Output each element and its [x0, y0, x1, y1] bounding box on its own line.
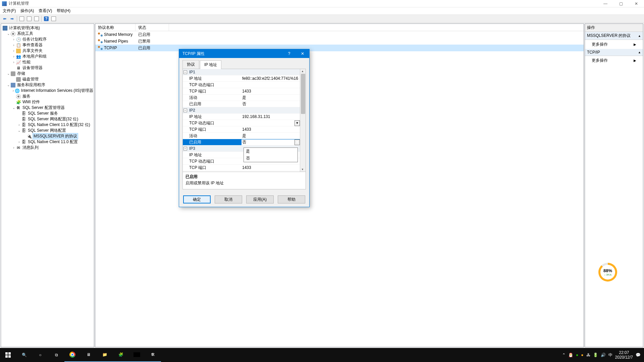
taskview-button[interactable]: ⧉ [48, 348, 64, 362]
tray-network-icon[interactable]: 🖧 [586, 353, 590, 357]
pg-row[interactable]: 活动是 [183, 133, 306, 139]
collapse-icon[interactable]: − [183, 70, 187, 74]
tree-sql-native[interactable]: ›🗄SQL Native Client 11.0 配置 [1, 139, 94, 145]
toolbar-btn-3[interactable] [33, 15, 40, 22]
collapse-icon[interactable]: − [183, 109, 187, 112]
taskbar-explorer[interactable]: 📁 [97, 348, 113, 362]
pg-row[interactable]: TCP 端口1433 [183, 126, 306, 133]
col-state[interactable]: 状态 [136, 24, 169, 31]
toolbar-btn-4[interactable] [50, 15, 57, 22]
tree-storage[interactable]: ⌄存储 [1, 71, 94, 76]
menu-action[interactable]: 操作(A) [20, 8, 34, 14]
tray-icon[interactable]: ● [581, 353, 583, 357]
taskbar-mmc[interactable]: 🛠 [145, 348, 161, 362]
cancel-button[interactable]: 取消 [215, 195, 242, 203]
taskbar-app1[interactable]: 🧩 [113, 348, 129, 362]
tree-sql-cfg[interactable]: ⌄🛠SQL Server 配置管理器 [1, 105, 94, 111]
tree-device-manager[interactable]: 🖥设备管理器 [1, 65, 94, 71]
menu-bar: 文件(F) 操作(A) 查看(V) 帮助(H) [0, 7, 644, 15]
tree-wmi[interactable]: 🧩WMI 控件 [1, 99, 94, 105]
tree-iis[interactable]: ›🌐Internet Information Services (IIS)管理器 [1, 88, 94, 94]
tree-task-scheduler[interactable]: ›🕒任务计划程序 [1, 37, 94, 42]
tray-notifications-icon[interactable]: 💬 [636, 353, 641, 357]
list-row[interactable]: Named Pipes 已禁用 [95, 38, 584, 45]
tree-msmq[interactable]: ›✉消息队列 [1, 145, 94, 150]
pg-row[interactable]: IP 地址192.168.31.131 [183, 114, 306, 120]
svg-rect-3 [8, 355, 11, 358]
tree-services-apps[interactable]: ⌄服务和应用程序 [1, 82, 94, 88]
tray-chevron-icon[interactable]: ⌃ [562, 353, 566, 357]
pg-group-ip2[interactable]: −IP2 [183, 107, 306, 114]
help-button[interactable]: 帮助 [278, 195, 305, 203]
speed-gauge[interactable]: 88% ↓ 3K/s [598, 263, 617, 282]
search-button[interactable]: 🔍 [16, 348, 32, 362]
pg-row[interactable]: TCP 动态端口 [183, 82, 306, 88]
dropdown-arrow-icon[interactable]: ▼ [294, 120, 300, 126]
list-row[interactable]: Shared Memory 已启用 [95, 31, 584, 38]
menu-view[interactable]: 查看(V) [39, 8, 52, 14]
actions-more-1[interactable]: 更多操作▶ [585, 40, 643, 49]
dropdown-option-yes[interactable]: 是 [244, 148, 298, 155]
actions-more-2[interactable]: 更多操作▶ [585, 56, 643, 65]
ok-button[interactable]: 确定 [183, 195, 211, 203]
tree-sql-native32[interactable]: ›🗄SQL Native Client 11.0 配置(32 位) [1, 122, 94, 128]
tray-clock[interactable]: 22:07 2020/12/7 [615, 350, 633, 360]
tree-sql-net32[interactable]: 🗄SQL Server 网络配置(32 位) [1, 116, 94, 122]
cortana-button[interactable]: ○ [32, 348, 48, 362]
toolbar-btn-1[interactable] [18, 15, 25, 22]
taskbar-chrome[interactable] [64, 348, 80, 362]
actions-section-1[interactable]: MSSQLSERVER 的协议▲ [585, 32, 643, 40]
tree-performance[interactable]: ›📈性能 [1, 59, 94, 65]
taskbar-terminal[interactable] [129, 348, 145, 362]
tree-event-viewer[interactable]: ›📋事件查看器 [1, 42, 94, 48]
pg-group-ip1[interactable]: −IP1 [183, 69, 306, 75]
actions-section-2[interactable]: TCP/IP▲ [585, 49, 643, 56]
tree-local-users[interactable]: ›👥本地用户和组 [1, 54, 94, 59]
tray-icon[interactable]: 🎅 [568, 353, 573, 357]
minimize-button[interactable]: — [598, 0, 613, 7]
taskbar-vmware[interactable]: 🖥 [80, 348, 97, 362]
pg-row[interactable]: TCP 动态端口▼ [183, 120, 306, 126]
property-description: 已启用 启用或禁用该 IP 地址 [183, 172, 306, 189]
close-button[interactable]: ✕ [629, 0, 644, 7]
dropdown-arrow-icon[interactable]: ▼ [294, 139, 300, 145]
scrollbar-thumb[interactable] [301, 74, 305, 114]
apply-button[interactable]: 应用(A) [246, 195, 274, 203]
help-button[interactable]: ? [43, 15, 50, 22]
maximize-button[interactable]: ▢ [613, 0, 629, 7]
tree-mssql-protocol[interactable]: 🔌MSSQLSERVER 的协议 [1, 133, 94, 139]
toolbar-btn-2[interactable] [26, 15, 33, 22]
tree-sql-net[interactable]: ⌄🗄SQL Server 网络配置 [1, 128, 94, 133]
tree-system-tools[interactable]: ⌄系统工具 [1, 31, 94, 37]
pg-row[interactable]: TCP 端口1433 [183, 88, 306, 95]
pg-row[interactable]: 已启用否 [183, 101, 306, 107]
tree-services[interactable]: 服务 [1, 94, 94, 99]
tray-battery-icon[interactable]: 🔋 [593, 353, 598, 357]
forward-button[interactable]: ➡ [9, 15, 15, 22]
tree-disk-mgmt[interactable]: 磁盘管理 [1, 76, 94, 82]
menu-help[interactable]: 帮助(H) [57, 8, 70, 14]
pg-row[interactable]: TCP 端口1433 [183, 165, 306, 171]
scrollbar[interactable]: ▲ ▼ [300, 69, 306, 172]
tab-ip-address[interactable]: IP 地址 [200, 60, 221, 69]
col-protocol-name[interactable]: 协议名称 [95, 24, 136, 31]
pg-row-enabled-selected[interactable]: 已启用否▼ [183, 139, 306, 145]
pg-row[interactable]: IP 地址fe80::ac30:e2f2:1404:7741%16 [183, 75, 306, 82]
menu-file[interactable]: 文件(F) [3, 8, 16, 14]
pg-row[interactable]: 活动是 [183, 95, 306, 101]
tab-protocol[interactable]: 协议 [182, 60, 199, 69]
collapse-icon[interactable]: − [183, 147, 187, 150]
tray-wechat-icon[interactable]: ● [576, 353, 578, 357]
dialog-help-button[interactable]: ? [282, 49, 296, 58]
tray-volume-icon[interactable]: 🔊 [601, 353, 606, 357]
dropdown-option-no[interactable]: 否 [244, 155, 298, 162]
tray-ime[interactable]: 中 [608, 352, 612, 358]
back-button[interactable]: ⬅ [1, 15, 8, 22]
dialog-titlebar[interactable]: TCP/IP 属性 ? ✕ [179, 49, 309, 58]
tree-sql-services[interactable]: 🗄SQL Server 服务 [1, 111, 94, 116]
list-row[interactable]: TCP/IP 已启用 [95, 45, 584, 51]
tree-root[interactable]: 计算机管理(本地) [1, 25, 94, 31]
start-button[interactable] [0, 348, 16, 362]
tree-shared-folders[interactable]: ›共享文件夹 [1, 48, 94, 54]
dialog-close-button[interactable]: ✕ [296, 49, 309, 58]
